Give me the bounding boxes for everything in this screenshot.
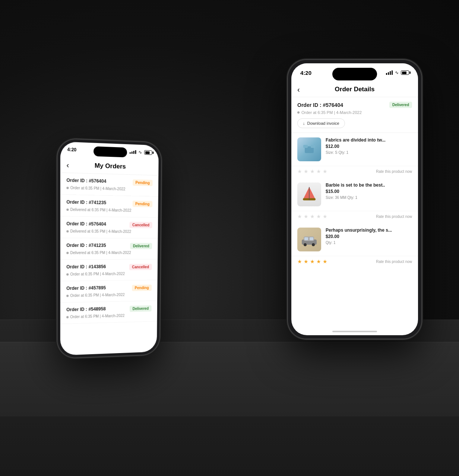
phone-my-orders: 4:20 ∿ ‹ My Orders bbox=[57, 138, 162, 358]
product-wrapper-2: Perhaps unsurprisingly, the s... $20.00 … bbox=[291, 223, 418, 268]
order-status-0: Pending bbox=[133, 179, 153, 186]
order-list-item[interactable]: Order ID : #548958 Delivered Order at 6:… bbox=[60, 301, 157, 324]
stars-0: ★★★★★ bbox=[297, 168, 327, 174]
order-id-1: Order ID : #741235 bbox=[66, 199, 106, 205]
order-id-3: Order ID : #741235 bbox=[66, 243, 106, 248]
star-0-1[interactable]: ★ bbox=[304, 168, 308, 174]
star-0-3[interactable]: ★ bbox=[316, 168, 321, 174]
product-price-1: $15.00 bbox=[326, 189, 412, 194]
order-row: Order ID : #741235 Pending bbox=[66, 199, 152, 207]
star-1-4[interactable]: ★ bbox=[323, 213, 327, 219]
order-detail-date: Order at 6:35 PM | 4-March-2022 bbox=[297, 110, 412, 115]
star-0-0[interactable]: ★ bbox=[297, 168, 302, 174]
rate-label-1: Rate this product now bbox=[376, 215, 412, 219]
star-1-1[interactable]: ★ bbox=[304, 213, 308, 219]
wifi-icon-2: ∿ bbox=[395, 70, 399, 75]
product-info-1: Barbie is set to be the best.. $15.00 Si… bbox=[326, 183, 412, 206]
star-1-0[interactable]: ★ bbox=[297, 213, 302, 219]
order-list-item[interactable]: Order ID : #143856 Cancelled Order at 6:… bbox=[60, 259, 158, 281]
product-image-2 bbox=[297, 228, 321, 251]
product-image-1 bbox=[297, 183, 321, 206]
status-icons-1: ∿ bbox=[130, 149, 152, 155]
order-status-6: Delivered bbox=[130, 305, 152, 312]
order-status-5: Pending bbox=[132, 285, 152, 291]
product-image-0 bbox=[297, 137, 321, 161]
svg-rect-10 bbox=[304, 237, 308, 240]
order-row: Order ID : #576404 Pending bbox=[66, 178, 152, 186]
battery-icon-2 bbox=[401, 70, 409, 75]
star-2-4[interactable]: ★ bbox=[323, 258, 327, 264]
stars-2: ★★★★★ bbox=[297, 258, 327, 264]
rating-row-1: ★★★★★ Rate this product now bbox=[291, 211, 418, 223]
order-status-2: Cancelled bbox=[129, 222, 152, 228]
order-date-5: Order at 6:35 PM | 4-March-2022 bbox=[66, 292, 152, 298]
order-date-4: Order at 6:35 PM | 4-March-2022 bbox=[66, 272, 152, 276]
product-wrapper-0: Fabrics are divided into tw... $12.00 Si… bbox=[291, 133, 418, 178]
dynamic-island-2 bbox=[332, 68, 377, 80]
order-date-2: Delivered at 6:35 PM | 4-March-2022 bbox=[66, 229, 152, 234]
nav-header-1: ‹ My Orders bbox=[60, 157, 159, 176]
signal-icon-1 bbox=[130, 150, 136, 154]
product-meta-0: Size: S Qty: 1 bbox=[326, 150, 412, 155]
phone-order-details: 4:20 ∿ ‹ Order Details bbox=[288, 60, 422, 339]
star-0-4[interactable]: ★ bbox=[323, 168, 327, 174]
rating-row-2: ★★★★★ Rate this product now bbox=[291, 256, 418, 268]
order-list-item[interactable]: Order ID : #576404 Cancelled Delivered a… bbox=[60, 216, 158, 238]
star-0-2[interactable]: ★ bbox=[310, 168, 315, 174]
order-dot-1 bbox=[66, 208, 69, 210]
status-time-1: 4:20 bbox=[67, 147, 77, 152]
signal-icon-2 bbox=[386, 70, 393, 75]
download-label: Download invoice bbox=[307, 121, 339, 126]
star-1-3[interactable]: ★ bbox=[316, 213, 321, 219]
order-dot-3 bbox=[66, 252, 69, 254]
product-meta-2: Qty: 1 bbox=[326, 241, 412, 245]
order-row: Order ID : #741235 Delivered bbox=[66, 243, 152, 249]
order-list-item[interactable]: Order ID : #457895 Pending Order at 6:35… bbox=[60, 280, 158, 303]
back-button-2[interactable]: ‹ bbox=[297, 85, 300, 94]
rating-row-0: ★★★★★ Rate this product now bbox=[291, 166, 418, 178]
order-status-1: Pending bbox=[132, 201, 152, 207]
svg-point-9 bbox=[312, 243, 315, 246]
star-2-1[interactable]: ★ bbox=[304, 258, 308, 264]
order-dot-0 bbox=[66, 187, 69, 189]
page-title-1: My Orders bbox=[95, 162, 126, 171]
order-date-text: Order at 6:35 PM | 4-March-2022 bbox=[301, 110, 362, 115]
phone-2-screen: 4:20 ∿ ‹ Order Details bbox=[291, 63, 418, 335]
star-2-3[interactable]: ★ bbox=[316, 258, 321, 264]
product-meta-1: Size: 36 MM Qty: 1 bbox=[326, 196, 412, 200]
order-row: Order ID : #143856 Cancelled bbox=[66, 264, 152, 270]
order-dot-5 bbox=[66, 295, 69, 297]
product-title-0: Fabrics are divided into tw... bbox=[326, 137, 412, 143]
home-indicator-2 bbox=[332, 331, 377, 332]
products-list: Fabrics are divided into tw... $12.00 Si… bbox=[291, 133, 418, 268]
svg-rect-1 bbox=[303, 145, 308, 148]
product-price-2: $20.00 bbox=[326, 234, 412, 239]
order-list-item[interactable]: Order ID : #741235 Delivered Delivered a… bbox=[60, 238, 158, 260]
star-2-2[interactable]: ★ bbox=[310, 258, 315, 264]
star-2-0[interactable]: ★ bbox=[297, 258, 302, 264]
order-id-row: Order ID : #576404 Delivered bbox=[297, 102, 412, 108]
download-invoice-button[interactable]: ↓ Download invoice bbox=[297, 118, 345, 128]
battery-icon-1 bbox=[144, 150, 152, 155]
order-id-0: Order ID : #576404 bbox=[66, 178, 106, 184]
product-wrapper-1: Barbie is set to be the best.. $15.00 Si… bbox=[291, 178, 418, 223]
order-status-badge: Delivered bbox=[389, 102, 412, 108]
product-title-1: Barbie is set to be the best.. bbox=[326, 183, 412, 188]
order-id-6: Order ID : #548958 bbox=[66, 306, 106, 312]
page-title-2: Order Details bbox=[335, 86, 375, 93]
svg-rect-11 bbox=[310, 237, 313, 240]
stars-1: ★★★★★ bbox=[297, 213, 327, 219]
status-icons-2: ∿ bbox=[386, 70, 409, 75]
order-id-2: Order ID : #576404 bbox=[66, 221, 106, 227]
product-info-2: Perhaps unsurprisingly, the s... $20.00 … bbox=[326, 228, 412, 251]
order-list-item[interactable]: Order ID : #576404 Pending Order at 6:35… bbox=[60, 173, 158, 197]
order-date-6: Order at 6:35 PM | 4-March-2022 bbox=[66, 313, 151, 319]
order-detail-id: Order ID : #576404 bbox=[297, 102, 343, 108]
order-dot-6 bbox=[66, 316, 69, 318]
order-dot-4 bbox=[66, 273, 69, 275]
order-id-5: Order ID : #457895 bbox=[66, 285, 106, 291]
back-button-1[interactable]: ‹ bbox=[66, 161, 69, 169]
order-list-item[interactable]: Order ID : #741235 Pending Delivered at … bbox=[60, 195, 158, 218]
orders-list: Order ID : #576404 Pending Order at 6:35… bbox=[60, 173, 158, 324]
star-1-2[interactable]: ★ bbox=[310, 213, 315, 219]
